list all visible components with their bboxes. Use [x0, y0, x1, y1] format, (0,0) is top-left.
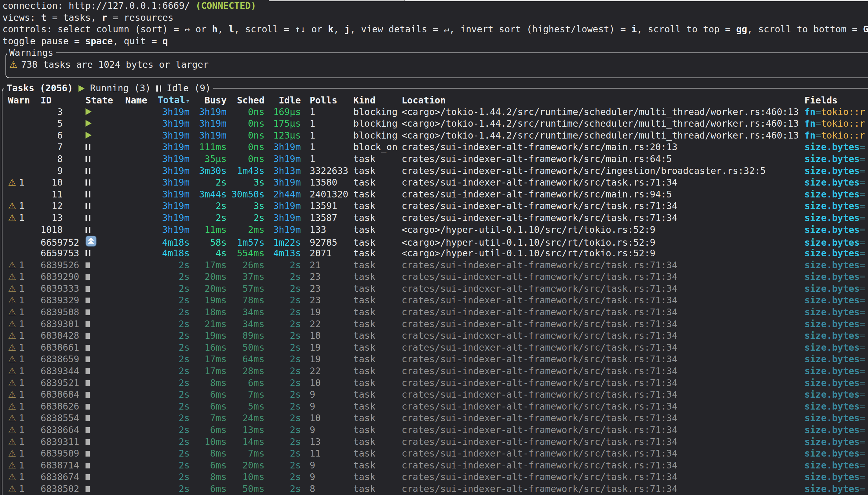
task-location: crates/sui-indexer-alt-framework/src/tas…: [402, 365, 804, 377]
task-state: [85, 200, 125, 212]
column-header-idle[interactable]: Idle: [265, 95, 301, 106]
column-header-warn[interactable]: Warn: [8, 95, 40, 106]
warning-icon: ⚠: [8, 342, 16, 353]
column-header-name[interactable]: Name: [125, 95, 156, 106]
field-key: size.bytes: [804, 142, 860, 152]
task-sched: 0ns: [227, 130, 265, 142]
task-sched: 34ms: [227, 318, 265, 330]
task-row[interactable]: ⚠1 103h19m2s3s3h19m13580taskcrates/sui-i…: [0, 177, 868, 189]
task-polls: 23: [301, 294, 353, 306]
completed-icon: [85, 286, 90, 292]
task-idle: 3h19m: [265, 153, 301, 165]
task-row[interactable]: ⚠168386592s17ms64ms2s19taskcrates/sui-in…: [0, 353, 868, 365]
task-polls: 13591: [301, 200, 353, 212]
text-segment: Tasks (2056): [7, 82, 79, 94]
column-header-busy[interactable]: Busy: [190, 95, 227, 106]
task-id: 12: [40, 200, 85, 212]
task-kind: task: [353, 177, 402, 189]
field-equals: =: [816, 118, 821, 129]
task-row[interactable]: 33h19m3h19m0ns169µs1blocking<cargo>/toki…: [0, 106, 868, 118]
task-kind: task: [353, 153, 402, 165]
task-sched: 0ns: [227, 106, 265, 118]
task-row[interactable]: ⚠168385022s6ms50ms2s8taskcrates/sui-inde…: [0, 483, 868, 495]
task-total: 4m18s: [156, 237, 190, 249]
task-idle: 123µs: [265, 130, 301, 142]
task-fields: size.bytes=: [804, 153, 868, 165]
task-row[interactable]: ⚠168393332s20ms57ms2s23taskcrates/sui-in…: [0, 283, 868, 295]
task-row[interactable]: 113h19m3m44s30m50s2h44m2401320taskcrates…: [0, 189, 868, 201]
task-warn-count: 1: [19, 318, 40, 330]
task-polls: 133: [301, 224, 353, 236]
task-row[interactable]: 73h19m111ms0ns3h19m1block_oncrates/sui-i…: [0, 141, 868, 153]
field-equals: =: [860, 248, 865, 258]
column-header-location[interactable]: Location: [402, 95, 804, 106]
task-fields: size.bytes=: [804, 224, 868, 236]
task-idle: 2s: [265, 377, 301, 389]
completed-icon: [85, 404, 90, 410]
text-segment: Running (3): [85, 82, 156, 94]
task-row[interactable]: ⚠168386642s6ms13ms2s9taskcrates/sui-inde…: [0, 424, 868, 436]
task-kind: task: [353, 330, 402, 342]
task-id: 6839509: [40, 448, 85, 460]
column-header-polls[interactable]: Polls: [301, 95, 353, 106]
task-busy: 21ms: [190, 318, 227, 330]
completed-icon: [85, 451, 90, 457]
task-row[interactable]: ⚠168386742s8ms10ms2s9taskcrates/sui-inde…: [0, 471, 868, 483]
task-location: crates/sui-indexer-alt-framework/src/tas…: [402, 330, 804, 342]
task-row[interactable]: ⚠168395212s8ms6ms2s10taskcrates/sui-inde…: [0, 377, 868, 389]
task-row[interactable]: 83h19m35µs0ns3h19m1taskcrates/sui-indexe…: [0, 153, 868, 165]
warning-icon: ⚠: [8, 307, 16, 318]
field-key: size.bytes: [804, 271, 860, 282]
task-polls: 22: [301, 318, 353, 330]
task-row[interactable]: ⚠168395092s8ms7ms2s11taskcrates/sui-inde…: [0, 448, 868, 460]
column-header-id[interactable]: ID: [40, 95, 85, 106]
task-row[interactable]: ⚠1 133h19m2s2s3h19m13587taskcrates/sui-i…: [0, 212, 868, 224]
task-row[interactable]: ⚠168393112s10ms14ms2s13taskcrates/sui-in…: [0, 436, 868, 448]
task-polls: 2401320: [301, 189, 353, 201]
column-header-state[interactable]: State: [85, 95, 125, 106]
task-row[interactable]: ⚠168384282s19ms89ms2s18taskcrates/sui-in…: [0, 330, 868, 342]
warning-icon: ⚠: [8, 448, 16, 459]
task-busy: 18ms: [190, 306, 227, 318]
task-row[interactable]: ⚠168393012s21ms34ms2s22taskcrates/sui-in…: [0, 318, 868, 330]
task-row[interactable]: ⚠168393292s19ms78ms2s23taskcrates/sui-in…: [0, 294, 868, 306]
warning-icon: ⚠: [8, 437, 16, 447]
column-header-fields[interactable]: Fields: [804, 95, 868, 106]
task-total: 3h19m: [156, 224, 190, 236]
task-row[interactable]: ⚠168385542s7ms24ms2s10taskcrates/sui-ind…: [0, 412, 868, 424]
field-key: size.bytes: [804, 189, 860, 200]
task-row[interactable]: ⚠168392902s20ms37ms2s23taskcrates/sui-in…: [0, 271, 868, 283]
task-state: [85, 118, 125, 130]
column-header-sched[interactable]: Sched: [227, 95, 265, 106]
task-row[interactable]: ⚠168395082s18ms34ms2s19taskcrates/sui-in…: [0, 306, 868, 318]
field-key: size.bytes: [804, 342, 860, 353]
task-warn-count: 1: [19, 401, 40, 413]
task-row[interactable]: ⚠168386842s6ms7ms2s9taskcrates/sui-index…: [0, 389, 868, 401]
task-warn-icon: ⚠: [8, 412, 19, 424]
task-row[interactable]: ⚠168386262s6ms5ms2s9taskcrates/sui-index…: [0, 401, 868, 413]
field-equals: =: [860, 401, 865, 412]
column-header-total[interactable]: Total▿: [156, 94, 190, 107]
task-sched: 5ms: [227, 401, 265, 413]
task-row[interactable]: ⚠1 123h19m2s3s3h19m13591taskcrates/sui-i…: [0, 200, 868, 212]
field-key: size.bytes: [804, 212, 860, 223]
task-kind: task: [353, 165, 402, 177]
task-location: crates/sui-indexer-alt-framework/src/tas…: [402, 353, 804, 365]
column-header-kind[interactable]: Kind: [353, 95, 402, 106]
task-row[interactable]: 66597534m18s4s554ms4m13s2071task<cargo>/…: [0, 248, 868, 259]
task-warn-icon: ⚠: [8, 424, 19, 436]
task-row[interactable]: ⚠168387142s6ms20ms2s9taskcrates/sui-inde…: [0, 460, 868, 472]
task-idle: 2s: [265, 483, 301, 495]
task-polls: 19: [301, 306, 353, 318]
task-row[interactable]: ⚠168395262s17ms26ms2s21taskcrates/sui-in…: [0, 259, 868, 271]
task-id: 5: [40, 118, 85, 130]
task-row[interactable]: 63h19m3h19m0ns123µs1blocking<cargo>/toki…: [0, 130, 868, 142]
task-row[interactable]: 66597524m18s58s1m57s1m22s92785task<cargo…: [0, 236, 868, 248]
task-row[interactable]: ⚠168393442s17ms28ms2s22taskcrates/sui-in…: [0, 365, 868, 377]
task-row[interactable]: 93h19m3m30s1m43s3h13m3322633taskcrates/s…: [0, 165, 868, 177]
task-row[interactable]: 53h19m3h19m0ns175µs1blocking<cargo>/toki…: [0, 118, 868, 130]
task-row[interactable]: 10183h19m11ms2ms3h19m133task<cargo>/hype…: [0, 224, 868, 236]
task-busy: 35µs: [190, 153, 227, 165]
paused-icon: [85, 168, 90, 174]
task-row[interactable]: ⚠168386612s16ms50ms2s19taskcrates/sui-in…: [0, 342, 868, 354]
